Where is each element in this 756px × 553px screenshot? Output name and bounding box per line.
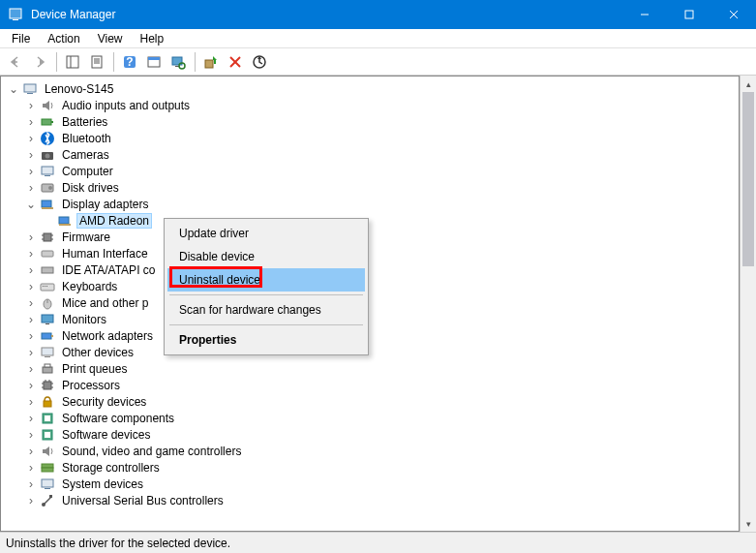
svg-point-34	[48, 186, 52, 190]
storage-icon	[40, 460, 55, 476]
expander-icon[interactable]: ›	[24, 494, 38, 507]
disable-button[interactable]	[248, 50, 270, 73]
svg-rect-8	[92, 56, 102, 68]
expander-icon[interactable]: ›	[24, 313, 38, 326]
svg-rect-35	[42, 200, 51, 207]
cat-processors[interactable]: › Processors	[18, 377, 739, 393]
cat-cameras[interactable]: › Cameras	[18, 146, 739, 163]
expander-icon[interactable]: ›	[24, 230, 38, 244]
svg-rect-0	[10, 9, 21, 18]
cat-batteries[interactable]: › Batteries	[18, 113, 739, 130]
content-area: ⌄ Lenovo-S145 › Audio inputs and outputs…	[0, 76, 756, 532]
expander-icon[interactable]: ›	[24, 329, 38, 343]
expander-icon[interactable]: ›	[24, 280, 38, 293]
cm-properties[interactable]: Properties	[167, 328, 365, 352]
cat-mice[interactable]: › Mice and other p	[18, 294, 739, 311]
tree-label: System devices	[59, 476, 146, 492]
window-title: Device Manager	[31, 8, 622, 21]
cat-monitors[interactable]: › Monitors	[18, 311, 739, 327]
expander-icon[interactable]: ›	[24, 165, 38, 178]
scroll-up-button[interactable]: ▴	[741, 76, 756, 92]
svg-rect-73	[42, 468, 53, 472]
uninstall-button[interactable]	[224, 50, 246, 73]
cat-disk[interactable]: › Disk drives	[18, 179, 739, 196]
expander-icon[interactable]: ⌄	[7, 82, 20, 96]
tree-label: Security devices	[59, 394, 149, 410]
scroll-down-button[interactable]: ▾	[741, 515, 756, 532]
device-tree[interactable]: ⌄ Lenovo-S145 › Audio inputs and outputs…	[0, 76, 740, 532]
maximize-button[interactable]	[667, 0, 711, 29]
expander-icon[interactable]: ›	[24, 132, 38, 145]
expander-icon[interactable]: ›	[24, 181, 38, 195]
close-button[interactable]	[711, 0, 756, 29]
expander-icon[interactable]: ›	[24, 461, 38, 475]
keyboard-icon	[40, 279, 55, 294]
tree-label: Firmware	[59, 230, 113, 245]
expander-icon[interactable]: ›	[24, 148, 38, 162]
expander-icon[interactable]: ›	[24, 296, 38, 310]
cat-bluetooth[interactable]: › Bluetooth	[18, 130, 739, 146]
properties-button[interactable]	[85, 50, 107, 73]
cat-audio[interactable]: › Audio inputs and outputs	[18, 97, 739, 113]
display-adapter-icon	[57, 213, 73, 229]
expander-icon[interactable]: ›	[24, 428, 38, 442]
cat-security[interactable]: › Security devices	[18, 393, 739, 410]
cat-ide[interactable]: › IDE ATA/ATAPI co	[18, 261, 739, 278]
scan-hardware-button[interactable]	[166, 50, 189, 73]
cm-scan-hardware[interactable]: Scan for hardware changes	[167, 298, 365, 322]
cat-storage[interactable]: › Storage controllers	[18, 459, 739, 476]
expander-icon[interactable]: ⌄	[24, 198, 38, 211]
expander-icon[interactable]: ›	[24, 362, 38, 376]
cat-hid[interactable]: › Human Interface	[18, 245, 739, 261]
cat-softdev[interactable]: › Software devices	[18, 426, 739, 443]
expander-icon[interactable]: ›	[24, 346, 38, 359]
tree-label: Other devices	[59, 345, 136, 360]
svg-rect-1	[13, 19, 18, 20]
help-button[interactable]: ?	[118, 50, 140, 73]
minimize-button[interactable]	[622, 0, 667, 29]
cat-network[interactable]: › Network adapters	[18, 327, 739, 344]
scroll-thumb[interactable]	[742, 92, 754, 266]
expander-icon[interactable]: ›	[24, 115, 38, 129]
tree-label: Computer	[59, 164, 116, 179]
svg-rect-78	[49, 495, 52, 498]
device-amd-radeon[interactable]: › AMD Radeon	[36, 212, 739, 229]
show-hide-tree-button[interactable]	[61, 50, 83, 73]
cat-display[interactable]: ⌄ Display adapters	[18, 196, 739, 212]
menu-view[interactable]: View	[90, 30, 131, 47]
expander-icon[interactable]: ›	[24, 412, 38, 425]
cat-keyboards[interactable]: › Keyboards	[18, 278, 739, 294]
app-icon	[8, 7, 23, 22]
cm-uninstall-device[interactable]: Uninstall device	[167, 268, 365, 292]
cat-print[interactable]: › Print queues	[18, 360, 739, 377]
cat-computer[interactable]: › Computer	[18, 163, 739, 179]
expander-icon[interactable]: ›	[24, 477, 38, 491]
cat-system[interactable]: › System devices	[18, 476, 739, 492]
expander-icon[interactable]: ›	[24, 99, 38, 112]
forward-button[interactable]	[28, 50, 50, 73]
cat-other[interactable]: › Other devices	[18, 344, 739, 360]
tree-root[interactable]: ⌄ Lenovo-S145	[1, 80, 739, 97]
svg-rect-31	[42, 167, 53, 174]
menu-help[interactable]: Help	[133, 30, 172, 47]
expander-icon[interactable]: ›	[24, 379, 38, 392]
cat-sound[interactable]: › Sound, video and game controllers	[18, 443, 739, 459]
expander-icon[interactable]: ›	[24, 263, 38, 277]
vertical-scrollbar[interactable]: ▴ ▾	[740, 76, 756, 532]
cm-update-driver[interactable]: Update driver	[167, 222, 365, 245]
menu-file[interactable]: File	[4, 30, 38, 47]
cm-disable-device[interactable]: Disable device	[167, 245, 365, 268]
cat-firmware[interactable]: › Firmware	[18, 229, 739, 245]
tree-label: Batteries	[59, 114, 110, 130]
expander-icon[interactable]: ›	[24, 247, 38, 261]
back-button[interactable]	[4, 50, 26, 73]
action-button[interactable]	[142, 50, 165, 73]
tree-label: Display adapters	[59, 197, 151, 212]
cat-usb[interactable]: › Universal Serial Bus controllers	[18, 492, 739, 508]
cat-softcomp[interactable]: › Software components	[18, 410, 739, 426]
tree-label: Keyboards	[59, 279, 120, 294]
menu-action[interactable]: Action	[40, 30, 87, 47]
update-driver-button[interactable]	[199, 50, 222, 73]
expander-icon[interactable]: ›	[24, 445, 38, 458]
expander-icon[interactable]: ›	[24, 395, 38, 409]
